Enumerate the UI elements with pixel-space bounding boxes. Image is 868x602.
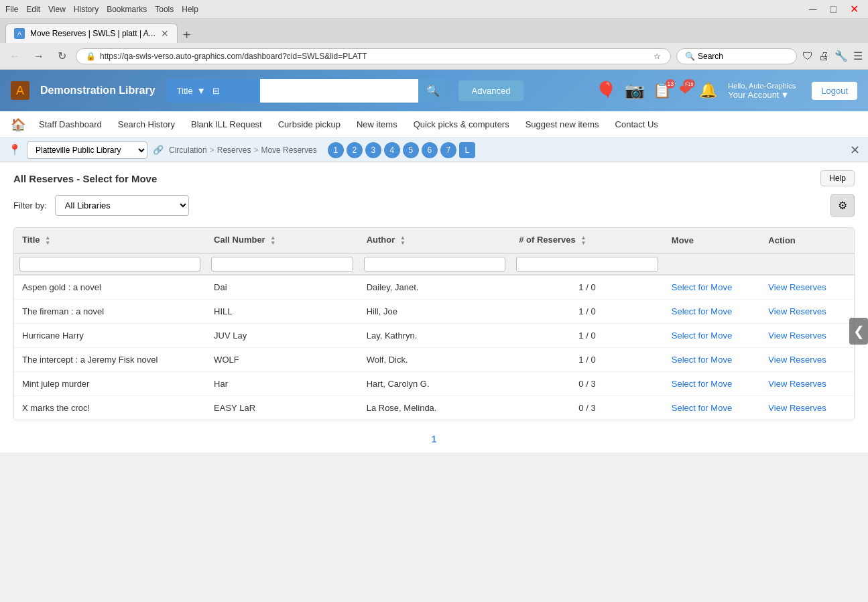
print-icon[interactable]: 🖨 (818, 50, 829, 62)
search-type-button[interactable]: Title ▼ ⊟ (166, 79, 260, 103)
select-for-move-link-1[interactable]: Select for Move (672, 306, 732, 316)
th-author[interactable]: Author ▲▼ (359, 228, 511, 253)
active-tab[interactable]: A Move Reserves | SWLS | platt | A... ✕ (5, 23, 178, 43)
logout-button[interactable]: Logout (812, 82, 857, 100)
camera-icon[interactable]: 📷 (625, 81, 645, 100)
view-reserves-link-0[interactable]: View Reserves (768, 282, 826, 292)
nav-quick-picks[interactable]: Quick picks & computers (406, 114, 517, 135)
page-num-3[interactable]: 3 (365, 142, 381, 158)
balloon-icon[interactable]: 🎈 (595, 80, 617, 101)
bell-icon[interactable]: 🔔 (699, 82, 717, 99)
menu-file[interactable]: File (5, 5, 18, 14)
shield-icon[interactable]: 🛡 (802, 50, 813, 62)
th-reserves[interactable]: # of Reserves ▲▼ (511, 228, 664, 253)
browser-search-bar[interactable]: 🔍 Search (676, 48, 797, 64)
address-bar[interactable]: 🔒 https://qa-swls-verso.auto-graphics.co… (76, 48, 671, 64)
scroll-left-arrow[interactable]: ❮ (849, 318, 868, 345)
menu-help[interactable]: Help (182, 5, 198, 14)
menu-bookmarks[interactable]: Bookmarks (107, 5, 147, 14)
select-for-move-link-0[interactable]: Select for Move (672, 282, 732, 292)
maximize-button[interactable]: □ (826, 0, 841, 18)
table-row: X marks the croc! EASY LaR La Rose, Meli… (14, 396, 854, 420)
menu-tools[interactable]: Tools (155, 5, 174, 14)
select-for-move-link-3[interactable]: Select for Move (672, 355, 732, 365)
security-icon: 🔒 (86, 52, 96, 61)
table: Title ▲▼ Call Number ▲▼ Author ▲▼ # of R… (14, 228, 854, 420)
nav-search-history[interactable]: Search History (110, 114, 183, 135)
location-select[interactable]: Platteville Public Library (27, 141, 147, 159)
view-reserves-link-4[interactable]: View Reserves (768, 379, 826, 389)
menu-history[interactable]: History (74, 5, 99, 14)
select-for-move-link-5[interactable]: Select for Move (672, 403, 732, 413)
page-num-2[interactable]: 2 (347, 142, 363, 158)
sort-arrows-author: ▲▼ (400, 235, 406, 246)
back-button[interactable]: ← (5, 48, 24, 65)
bookmark-icon[interactable]: ☆ (654, 52, 661, 61)
view-reserves-link-3[interactable]: View Reserves (768, 355, 826, 365)
reload-button[interactable]: ↻ (54, 47, 70, 65)
page-num-1[interactable]: 1 (328, 142, 344, 158)
cell-reserves-1: 1 / 0 (511, 299, 664, 323)
db-switcher-icon[interactable]: ⊟ (212, 86, 220, 96)
page-num-7[interactable]: 7 (440, 142, 456, 158)
search-submit-button[interactable]: 🔍 (418, 79, 448, 103)
nav-suggest-new-items[interactable]: Suggest new items (517, 114, 607, 135)
table-row: Mint julep murder Har Hart, Carolyn G. 0… (14, 371, 854, 396)
tab-favicon: A (14, 28, 25, 39)
advanced-search-button[interactable]: Advanced (458, 80, 524, 101)
tab-close-icon[interactable]: ✕ (161, 28, 169, 39)
menu-edit[interactable]: Edit (26, 5, 40, 14)
help-button[interactable]: Help (820, 170, 855, 186)
new-tab-button[interactable]: + (178, 27, 196, 43)
cell-callnumber-0: Dai (206, 275, 359, 300)
settings-button[interactable]: ⚙ (830, 194, 855, 217)
cell-action-5: View Reserves (760, 396, 854, 420)
current-page[interactable]: 1 (432, 434, 437, 444)
nav-new-items[interactable]: New items (349, 114, 406, 135)
table-row: Hurricane Harry JUV Lay Lay, Kathryn. 1 … (14, 323, 854, 347)
view-reserves-link-2[interactable]: View Reserves (768, 330, 826, 341)
page-num-4[interactable]: 4 (384, 142, 400, 158)
th-call-number[interactable]: Call Number ▲▼ (206, 228, 359, 253)
page-num-5[interactable]: 5 (403, 142, 419, 158)
table-row: The fireman : a novel HILL Hill, Joe 1 /… (14, 299, 854, 323)
menu-view[interactable]: View (48, 5, 66, 14)
th-title[interactable]: Title ▲▼ (14, 228, 206, 253)
page-num-L[interactable]: L (459, 142, 475, 158)
page-numbers: 1 2 3 4 5 6 7 L (328, 142, 475, 158)
hamburger-icon[interactable]: ☰ (853, 50, 863, 62)
cell-reserves-3: 1 / 0 (511, 347, 664, 371)
cell-author-4: Hart, Carolyn G. (359, 371, 511, 396)
breadcrumb-reserves[interactable]: Reserves (217, 145, 251, 155)
filter-author-input[interactable] (364, 257, 506, 272)
reserves-table: Title ▲▼ Call Number ▲▼ Author ▲▼ # of R… (13, 227, 855, 420)
home-icon[interactable]: 🏠 (5, 112, 31, 137)
breadcrumb-close-icon[interactable]: ✕ (850, 143, 860, 158)
nav-blank-ill-request[interactable]: Blank ILL Request (183, 114, 270, 135)
heart-badge[interactable]: ❤ F19 (679, 82, 691, 99)
breadcrumb-circulation[interactable]: Circulation (169, 145, 207, 155)
view-reserves-link-1[interactable]: View Reserves (768, 306, 826, 316)
minimize-button[interactable]: ─ (805, 0, 820, 18)
select-for-move-link-4[interactable]: Select for Move (672, 379, 732, 389)
page-num-6[interactable]: 6 (422, 142, 438, 158)
filter-title-input[interactable] (19, 257, 200, 272)
search-input[interactable] (260, 79, 418, 103)
select-for-move-link-2[interactable]: Select for Move (672, 330, 732, 341)
forward-button[interactable]: → (29, 48, 48, 65)
nav-curbside-pickup[interactable]: Curbside pickup (270, 114, 349, 135)
cell-callnumber-2: JUV Lay (206, 323, 359, 347)
close-button[interactable]: ✕ (846, 0, 863, 18)
cell-move-4: Select for Move (664, 371, 761, 396)
filter-reserves-input[interactable] (516, 257, 658, 272)
filter-callnumber-input[interactable] (211, 257, 353, 272)
wishlist-badge[interactable]: 📋 13 (653, 82, 671, 99)
extension-icon[interactable]: 🔧 (834, 50, 848, 62)
filter-select[interactable]: All Libraries Platteville Public Library (55, 195, 189, 216)
view-reserves-link-5[interactable]: View Reserves (768, 403, 826, 413)
cell-callnumber-5: EASY LaR (206, 396, 359, 420)
nav-contact-us[interactable]: Contact Us (607, 114, 666, 135)
user-section[interactable]: Hello, Auto-Graphics Your Account ▼ (728, 82, 796, 100)
user-account[interactable]: Your Account ▼ (728, 90, 796, 100)
nav-staff-dashboard[interactable]: Staff Dashboard (31, 114, 110, 135)
